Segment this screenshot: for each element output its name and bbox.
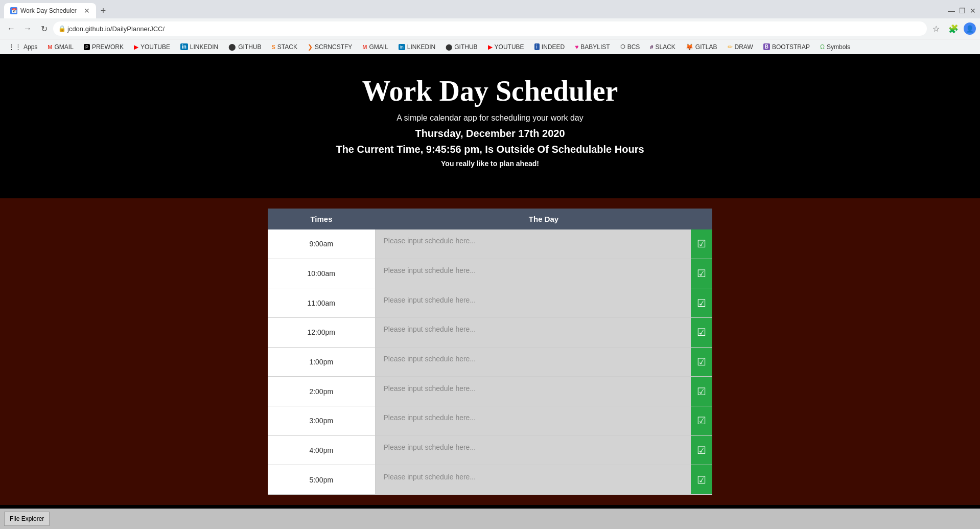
new-tab-button[interactable]: + [96, 4, 110, 18]
indeed-icon: i [534, 43, 540, 50]
times-column-header: Times [268, 209, 375, 229]
refresh-button[interactable]: ↻ [37, 21, 51, 36]
gmail-icon-2: M [362, 44, 367, 50]
save-button-3[interactable]: ☑ [691, 320, 712, 344]
bookmark-indeed[interactable]: i INDEED [530, 42, 569, 52]
maximize-button[interactable]: ❐ [959, 7, 966, 15]
close-button[interactable]: ✕ [970, 7, 976, 15]
schedule-input-cell [375, 465, 691, 495]
app-subtitle: A simple calendar app for scheduling you… [10, 113, 970, 123]
forward-button[interactable]: → [20, 21, 35, 36]
table-row: 5:00pm ☑ [268, 465, 712, 495]
schedule-textarea-8[interactable] [376, 467, 691, 491]
bookmark-bootstrap[interactable]: B BOOTSTRAP [759, 42, 814, 52]
tab-bar: 📅 Work Day Scheduler ✕ + — ❐ ✕ [0, 0, 980, 18]
save-cell: ☑ [691, 435, 712, 465]
schedule-textarea-5[interactable] [376, 378, 691, 403]
bookmark-github-2-label: GITHUB [454, 43, 477, 51]
tab-close-button[interactable]: ✕ [84, 7, 90, 14]
table-row: 2:00pm ☑ [268, 377, 712, 406]
bookmark-symbols[interactable]: Ω Symbols [816, 42, 854, 52]
save-cell: ☑ [691, 465, 712, 495]
back-button[interactable]: ← [4, 21, 18, 36]
schedule-textarea-4[interactable] [376, 349, 691, 373]
bookmark-linkedin-1[interactable]: in LINKEDIN [176, 42, 222, 52]
bookmark-gitlab[interactable]: 🦊 GITLAB [682, 42, 721, 52]
schedule-textarea-2[interactable] [376, 290, 691, 314]
schedule-input-cell [375, 317, 691, 347]
linkedin-icon-1: in [180, 43, 188, 50]
gmail-icon-1: M [48, 44, 52, 50]
time-cell: 10:00am [268, 259, 375, 288]
schedule-input-cell [375, 435, 691, 465]
bookmark-slack[interactable]: # SLACK [646, 42, 679, 52]
save-button-5[interactable]: ☑ [691, 379, 712, 404]
bookmark-apps[interactable]: ⋮⋮ Apps [4, 42, 41, 52]
bookmark-stack[interactable]: S STACK [268, 42, 301, 52]
bookmarks-bar: ⋮⋮ Apps M GMAIL P PREWORK ▶ YOUTUBE in L… [0, 39, 980, 54]
bookmark-youtube-1[interactable]: ▶ YOUTUBE [130, 42, 174, 52]
scheduler-body: Times The Day 9:00am ☑ 10:00am ☑ 11:00am [0, 198, 980, 505]
schedule-input-cell [375, 377, 691, 406]
youtube-icon-2: ▶ [488, 43, 493, 51]
bookmark-bootstrap-label: BOOTSTRAP [772, 43, 810, 51]
address-input[interactable] [53, 21, 927, 36]
bookmark-prework[interactable]: P PREWORK [80, 42, 128, 52]
bookmark-gitlab-label: GITLAB [695, 43, 717, 51]
schedule-textarea-1[interactable] [376, 260, 691, 285]
bookmark-gmail-2[interactable]: M GMAIL [358, 42, 392, 52]
bookmark-youtube-2[interactable]: ▶ YOUTUBE [484, 42, 528, 52]
save-cell: ☑ [691, 377, 712, 406]
bookmark-gmail-1[interactable]: M GMAIL [43, 42, 78, 52]
prework-icon: P [84, 44, 90, 50]
schedule-textarea-6[interactable] [376, 407, 691, 432]
time-cell: 4:00pm [268, 435, 375, 465]
minimize-button[interactable]: — [948, 7, 955, 15]
save-cell: ☑ [691, 259, 712, 288]
scheduler-rows: 9:00am ☑ 10:00am ☑ 11:00am ☑ 12: [268, 229, 712, 495]
save-button-8[interactable]: ☑ [691, 468, 712, 492]
plan-ahead-message: You really like to plan ahead! [10, 159, 970, 168]
table-row: 3:00pm ☑ [268, 406, 712, 435]
bookmark-scrncstfy-label: SCRNCSTFY [315, 43, 352, 51]
bookmark-bcs-label: BCS [627, 43, 640, 51]
draw-icon: ✏ [728, 43, 733, 51]
schedule-textarea-7[interactable] [376, 437, 691, 462]
bookmark-github-1[interactable]: ⬤ GITHUB [224, 42, 265, 52]
table-row: 11:00am ☑ [268, 288, 712, 318]
file-explorer-taskbar-item[interactable]: File Explorer [4, 512, 50, 526]
save-cell: ☑ [691, 317, 712, 347]
bookmark-star-icon[interactable]: ☆ [929, 21, 943, 36]
profile-icon[interactable]: 👤 [964, 22, 976, 35]
bookmark-linkedin-2[interactable]: in LINKEDIN [394, 42, 439, 52]
bookmark-babylist[interactable]: ♥ BABYLIST [571, 42, 614, 52]
save-button-0[interactable]: ☑ [691, 232, 712, 256]
bootstrap-icon: B [763, 43, 770, 50]
bookmark-scrncstfy[interactable]: ❯ SCRNCSTFY [304, 42, 356, 52]
save-button-7[interactable]: ☑ [691, 438, 712, 463]
save-cell: ☑ [691, 347, 712, 377]
bookmark-symbols-label: Symbols [827, 43, 850, 51]
gitlab-icon: 🦊 [686, 43, 693, 51]
address-bar-wrapper: 🔒 [53, 21, 927, 36]
table-row: 4:00pm ☑ [268, 435, 712, 465]
active-tab[interactable]: 📅 Work Day Scheduler ✕ [4, 3, 96, 18]
schedule-textarea-0[interactable] [376, 231, 691, 255]
bookmark-github-2[interactable]: ⬤ GITHUB [441, 42, 481, 52]
schedule-input-cell [375, 288, 691, 318]
save-button-2[interactable]: ☑ [691, 291, 712, 315]
save-button-6[interactable]: ☑ [691, 408, 712, 433]
save-button-1[interactable]: ☑ [691, 261, 712, 286]
time-cell: 12:00pm [268, 317, 375, 347]
save-button-4[interactable]: ☑ [691, 350, 712, 374]
bookmark-draw[interactable]: ✏ DRAW [724, 42, 757, 52]
time-cell: 5:00pm [268, 465, 375, 495]
table-header-row: Times The Day [268, 209, 712, 229]
schedule-input-cell [375, 406, 691, 435]
tab-favicon: 📅 [10, 7, 17, 14]
bookmark-gmail-2-label: GMAIL [369, 43, 388, 51]
schedule-textarea-3[interactable] [376, 319, 691, 343]
bookmark-bcs[interactable]: ⬡ BCS [616, 42, 644, 52]
extensions-icon[interactable]: 🧩 [946, 21, 961, 36]
day-column-header: The Day [375, 209, 712, 229]
